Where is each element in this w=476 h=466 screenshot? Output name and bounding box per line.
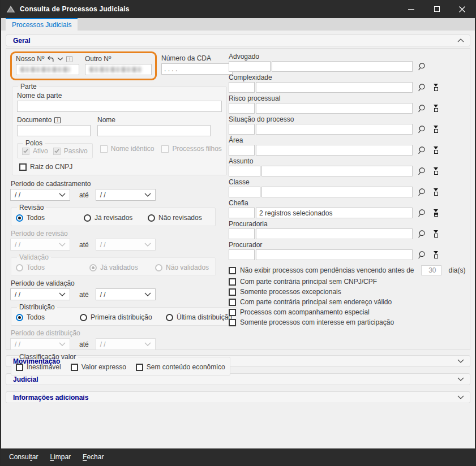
situacao-code-input[interactable] (229, 124, 255, 135)
undo-icon[interactable] (47, 56, 54, 62)
checkbox-icon (19, 163, 27, 171)
flag-acompanhamento-especial[interactable]: Processos com acompanhamento especial (229, 308, 468, 316)
raiz-cnpj-label: Raiz do CNPJ (30, 163, 72, 171)
search-icon[interactable] (418, 62, 427, 71)
procurador-code-input[interactable] (229, 249, 255, 260)
date-value: / / (15, 241, 20, 249)
field-label: Procuradoria (229, 220, 468, 228)
chevron-down-icon (59, 243, 66, 247)
nome-input[interactable] (97, 125, 211, 136)
polo-passivo-checkbox[interactable]: Passivo (53, 147, 88, 155)
classe-code-input[interactable] (229, 187, 260, 197)
picker-icon[interactable] (432, 188, 439, 196)
validacao-to-select[interactable]: / / (96, 288, 156, 300)
picker-filled-icon[interactable] (432, 209, 439, 217)
info-icon[interactable]: i (66, 56, 72, 62)
field-label: Área (229, 136, 468, 144)
search-icon[interactable] (418, 167, 427, 176)
risco-code-input[interactable] (229, 103, 255, 114)
chefia-code-input[interactable] (229, 208, 255, 218)
chevron-down-icon[interactable] (57, 57, 63, 61)
processos-filhos-checkbox[interactable]: Processos filhos (161, 145, 221, 153)
minimize-button[interactable] (398, 0, 424, 18)
maximize-button[interactable] (424, 0, 449, 18)
info-icon[interactable]: i (54, 117, 61, 123)
flag-interesse-participacao[interactable]: Somente processos com interesse em parti… (229, 318, 468, 326)
complexidade-desc-input[interactable] (256, 82, 413, 93)
search-icon[interactable] (418, 125, 427, 134)
annotation-highlight-box: Nosso Nº i Outro Nº (10, 51, 157, 80)
polo-ativo-checkbox[interactable]: Ativo (22, 147, 48, 155)
sem-conteudo-economico-checkbox[interactable]: Sem conteúdo econômico (136, 363, 225, 371)
outro-numero-input[interactable] (85, 64, 152, 75)
picker-icon[interactable] (432, 105, 439, 112)
flag-excepcionais[interactable]: Somente processos excepcionais (229, 288, 468, 296)
picker-icon[interactable] (432, 251, 439, 258)
documento-field: Documento i (17, 116, 91, 136)
situacao-desc-input[interactable] (256, 124, 413, 135)
valor-expresso-checkbox[interactable]: Valor expresso (71, 363, 126, 371)
assunto-code-input[interactable] (229, 166, 260, 176)
close-button[interactable] (449, 0, 475, 18)
dias-input[interactable] (421, 265, 441, 275)
nosso-numero-input[interactable] (16, 64, 79, 75)
nome-identico-checkbox[interactable]: Nome idêntico (100, 145, 155, 153)
revisao-ja-revisados-radio[interactable]: Já revisados (84, 214, 148, 222)
search-icon[interactable] (418, 146, 427, 155)
limpar-button[interactable]: Limpar (50, 453, 71, 461)
flag-pendencias[interactable]: Não exibir processos com pendências venc… (229, 265, 468, 275)
chefia-desc-input[interactable] (256, 208, 413, 218)
search-icon[interactable] (418, 251, 427, 260)
nome-da-parte-input[interactable] (17, 101, 222, 112)
search-icon[interactable] (418, 104, 427, 113)
area-desc-input[interactable] (256, 145, 413, 156)
assunto-desc-input[interactable] (261, 166, 413, 176)
periodo-revisao-label: Período de revisão (11, 230, 221, 238)
validacao-groupbox: Validação Todos Já validados Não vali (11, 253, 216, 276)
procuradoria-code-input[interactable] (229, 228, 255, 239)
nome-field: Nome (97, 116, 211, 136)
picker-icon[interactable] (432, 84, 439, 91)
flag-sem-endereco-valido[interactable]: Com parte contrária principal sem endere… (229, 298, 468, 306)
nosso-numero-label: Nosso Nº (16, 55, 44, 63)
tab-processos-judiciais[interactable]: Processos Judiciais (6, 18, 78, 31)
section-header-informacoes-adicionais[interactable]: Informações adicionais (6, 391, 470, 403)
picker-icon[interactable] (432, 230, 439, 238)
picker-icon[interactable] (432, 146, 439, 154)
search-icon[interactable] (418, 230, 427, 239)
revisao-nao-revisados-radio[interactable]: Não revisados (148, 214, 202, 222)
flag-sem-cnpj-cpf[interactable]: Com parte contrária principal sem CNPJ/C… (229, 278, 468, 286)
checkbox-icon (136, 364, 143, 371)
advogado-desc-input[interactable] (272, 61, 413, 72)
classe-desc-input[interactable] (261, 187, 413, 197)
consulta-processos-window: Consulta de Processos Judiciais Processo… (0, 0, 476, 466)
procurador-desc-input[interactable] (256, 249, 413, 260)
distribuicao-primeira-radio[interactable]: Primeira distribuição (80, 313, 166, 321)
revisao-todos-radio[interactable]: Todos (16, 214, 84, 222)
cadastramento-from-select[interactable]: / / (10, 189, 70, 201)
search-icon[interactable] (418, 188, 427, 197)
area-code-input[interactable] (229, 145, 255, 156)
procuradoria-desc-input[interactable] (256, 228, 413, 239)
date-value: / / (100, 241, 106, 249)
fechar-button[interactable]: Fechar (83, 453, 104, 461)
flag-label: Processos com acompanhamento especial (240, 308, 370, 316)
picker-icon[interactable] (432, 167, 439, 175)
risco-desc-input[interactable] (256, 103, 413, 114)
consultar-button[interactable]: Consultar (9, 453, 38, 461)
search-icon[interactable] (418, 83, 427, 92)
distribuicao-from-select: / / (10, 338, 70, 350)
validacao-from-select[interactable]: / / (10, 288, 70, 300)
documento-input[interactable] (17, 125, 91, 136)
chevron-down-icon (144, 193, 151, 197)
search-icon[interactable] (418, 209, 427, 218)
cadastramento-to-select[interactable]: / / (96, 189, 156, 201)
picker-icon[interactable] (432, 126, 439, 133)
distribuicao-todos-radio[interactable]: Todos (16, 313, 80, 321)
radio-label: Já validados (100, 264, 138, 271)
chevron-down-icon (144, 243, 151, 247)
complexidade-code-input[interactable] (229, 82, 255, 93)
advogado-code-input[interactable] (229, 61, 271, 72)
raiz-cnpj-checkbox[interactable]: Raiz do CNPJ (19, 163, 222, 171)
section-header-geral[interactable]: Geral (6, 34, 470, 46)
